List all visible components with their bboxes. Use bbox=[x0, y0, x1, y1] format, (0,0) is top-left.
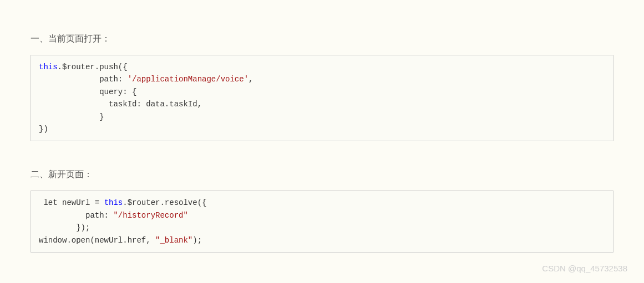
code-string: "_blank" bbox=[155, 236, 192, 245]
section-heading-1: 一、当前页面打开： bbox=[31, 33, 613, 45]
code-block-2[interactable]: let newUrl = this.$router.resolve({ path… bbox=[31, 191, 613, 253]
code-keyword: this bbox=[39, 63, 58, 71]
code-block-1[interactable]: this.$router.push({ path: '/applicationM… bbox=[31, 55, 613, 141]
code-text: }); window.open(newUrl.href, bbox=[39, 223, 155, 244]
content-area: 一、当前页面打开： this.$router.push({ path: '/ap… bbox=[0, 0, 644, 253]
code-string: '/applicationManage/voice' bbox=[128, 75, 249, 84]
code-text: ); bbox=[192, 236, 202, 245]
section-heading-2: 二、新开页面： bbox=[31, 169, 613, 181]
code-text: let newUrl = bbox=[39, 198, 104, 207]
code-keyword: this bbox=[104, 198, 123, 207]
watermark: CSDN @qq_45732538 bbox=[542, 264, 627, 273]
code-string: "/historyRecord" bbox=[113, 211, 187, 220]
